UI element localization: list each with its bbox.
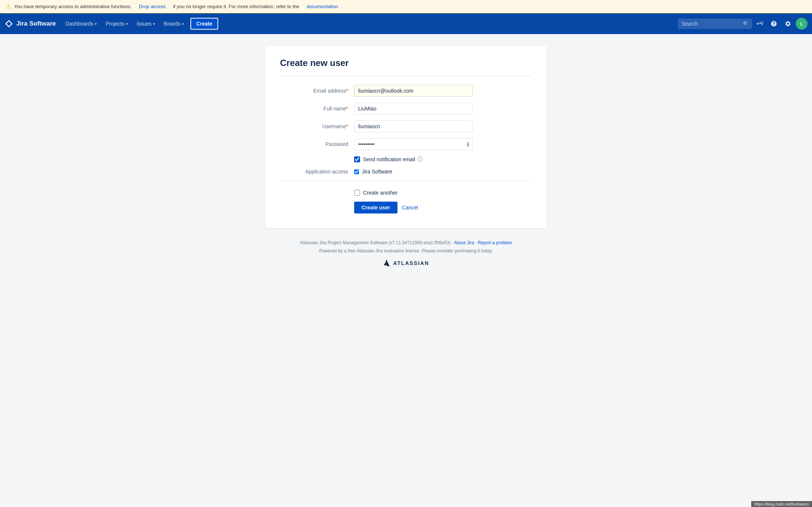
create-another-row: Create another — [354, 190, 397, 196]
required-asterisk: * — [346, 123, 348, 129]
required-asterisk: * — [346, 106, 348, 112]
form-divider — [280, 76, 532, 76]
notification-label[interactable]: Send notification email ⓘ — [363, 156, 423, 163]
create-user-button[interactable]: Create user — [354, 202, 397, 213]
settings-button[interactable] — [782, 18, 794, 29]
footer-links: Atlassian Jira Project Management Softwa… — [6, 240, 806, 245]
fullname-field[interactable] — [354, 103, 473, 115]
password-wrapper: ℹ — [354, 138, 473, 150]
create-another-checkbox[interactable] — [354, 190, 360, 196]
notification-checkbox-row: Send notification email ⓘ — [354, 156, 532, 163]
atlassian-logo: ATLASSIAN — [6, 259, 806, 267]
drop-access-link[interactable]: Drop access — [139, 4, 166, 9]
bottom-actions: Create another Create user Cancel — [354, 190, 532, 213]
email-field[interactable] — [354, 85, 473, 97]
email-row: Email address* — [280, 85, 532, 97]
notifications-button[interactable] — [753, 18, 766, 29]
chevron-down-icon: ▾ — [182, 22, 184, 26]
send-notification-checkbox[interactable] — [354, 156, 360, 162]
chevron-down-icon: ▾ — [126, 22, 128, 26]
email-label: Email address* — [280, 88, 354, 94]
fullname-row: Full name* — [280, 103, 532, 115]
form-card: Create new user Email address* Full name… — [265, 46, 547, 228]
warning-icon: ⚠ — [6, 3, 11, 10]
action-buttons: Create user Cancel — [354, 202, 418, 213]
app-access-label: Application access — [280, 169, 354, 175]
nav-boards[interactable]: Boards ▾ — [160, 18, 187, 30]
search-input[interactable] — [678, 19, 752, 29]
username-label: Username* — [280, 123, 354, 129]
logo[interactable]: Jira Software — [4, 19, 56, 28]
documentation-link[interactable]: documentation — [307, 4, 338, 9]
nav-projects[interactable]: Projects ▾ — [102, 18, 132, 30]
app-access-row: Application access Jira Software — [280, 169, 532, 175]
jira-software-checkbox[interactable] — [354, 169, 359, 174]
megaphone-icon — [756, 20, 763, 27]
warning-text-before: You have temporary access to administrat… — [14, 4, 132, 9]
footer: Atlassian Jira Project Management Softwa… — [0, 228, 812, 273]
cancel-button[interactable]: Cancel — [402, 205, 418, 211]
required-asterisk: * — [346, 88, 348, 94]
create-another-label[interactable]: Create another — [363, 190, 397, 196]
about-jira-link[interactable]: About Jira — [454, 240, 474, 245]
chevron-down-icon: ▾ — [153, 22, 155, 26]
jira-logo-icon — [4, 19, 13, 28]
atlassian-icon — [383, 259, 390, 267]
username-field[interactable] — [354, 120, 473, 132]
nav-dashboards[interactable]: Dashboards ▾ — [62, 18, 101, 30]
gear-icon — [785, 20, 791, 27]
avatar[interactable]: L — [796, 18, 808, 30]
warning-banner: ⚠ You have temporary access to administr… — [0, 0, 812, 13]
warning-text-middle: if you no longer require it. For more in… — [173, 4, 299, 9]
search-wrapper: 🔍 — [678, 19, 752, 29]
section-divider — [280, 180, 532, 181]
navbar: Jira Software Dashboards ▾ Projects ▾ Is… — [0, 13, 812, 34]
create-button[interactable]: Create — [190, 18, 219, 30]
password-info-icon[interactable]: ℹ — [467, 141, 469, 148]
help-button[interactable] — [768, 18, 780, 29]
nav-issues[interactable]: Issues ▾ — [133, 18, 159, 30]
password-row: Password ℹ — [280, 138, 532, 150]
report-problem-link[interactable]: Report a problem — [478, 240, 512, 245]
form-title: Create new user — [280, 58, 532, 68]
app-access-options: Jira Software — [354, 169, 392, 175]
password-label: Password — [280, 141, 354, 147]
main-content: Create new user Email address* Full name… — [0, 34, 812, 228]
footer-powered: Powered by a free Atlassian Jira evaluat… — [6, 248, 806, 254]
help-icon — [771, 20, 777, 27]
chevron-down-icon: ▾ — [95, 22, 97, 26]
username-row: Username* — [280, 120, 532, 132]
jira-software-label[interactable]: Jira Software — [362, 169, 392, 175]
fullname-label: Full name* — [280, 106, 354, 112]
status-bar: https://blog.csdn.net/liumiaocn — [751, 501, 812, 507]
password-field[interactable] — [354, 138, 473, 150]
notification-info-icon[interactable]: ⓘ — [417, 156, 423, 163]
